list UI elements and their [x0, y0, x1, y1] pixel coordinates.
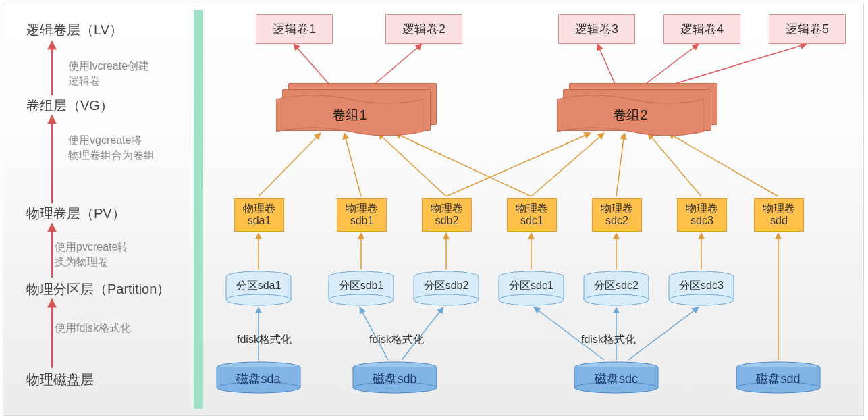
- partition-cylinder: 分区sdc2: [582, 271, 650, 307]
- partition-cylinder: 分区sdb1: [327, 271, 395, 307]
- vg-label: 卷组2: [557, 95, 704, 134]
- fdisk-note: fdisk格式化: [581, 333, 636, 347]
- disk-cylinder: 磁盘sdc: [573, 361, 659, 395]
- partition-cylinder: 分区sdc3: [668, 271, 735, 307]
- partition-cylinder: 分区sdb2: [412, 271, 480, 307]
- disk-cylinder: 磁盘sdd: [735, 361, 821, 395]
- svg-point-40: [329, 294, 394, 305]
- legend-pv-note: 使用pvcreate转 换为物理卷: [55, 240, 128, 269]
- lv-label: 逻辑卷1: [273, 21, 316, 37]
- partition-label: 分区sdc3: [668, 279, 735, 293]
- lv-label: 逻辑卷4: [680, 21, 724, 37]
- lv-label: 逻辑卷3: [575, 21, 618, 37]
- disk-label: 磁盘sda: [215, 371, 302, 387]
- svg-point-50: [499, 294, 564, 305]
- diagram-frame: 逻辑卷层（LV） 使用lvcreate创建 逻辑卷 卷组层（VG） 使用vgcr…: [3, 3, 864, 416]
- partition-label: 分区sdb1: [327, 279, 395, 293]
- pv-box: 物理卷sda1: [234, 198, 284, 232]
- pv-box: 物理卷sdc3: [677, 198, 727, 232]
- lv-box: 逻辑卷1: [256, 14, 333, 44]
- lv-label: 逻辑卷2: [402, 21, 445, 37]
- legend-part-note: 使用fdisk格式化: [55, 321, 131, 336]
- lv-box: 逻辑卷4: [663, 14, 740, 44]
- legend-lv-note: 使用lvcreate创建 逻辑卷: [68, 59, 149, 88]
- svg-line-9: [259, 133, 321, 196]
- lv-box: 逻辑卷3: [558, 14, 635, 44]
- vertical-divider: [194, 10, 203, 409]
- svg-line-15: [616, 133, 624, 196]
- disk-cylinder: 磁盘sdb: [352, 361, 438, 395]
- legend-vg-note: 使用vgcreate将 物理卷组合为卷组: [68, 133, 155, 162]
- legend-vg: 卷组层（VG）: [26, 97, 113, 115]
- pv-box: 物理卷sdb2: [422, 198, 472, 232]
- svg-line-16: [648, 133, 701, 196]
- svg-point-35: [226, 294, 291, 305]
- svg-line-10: [344, 133, 361, 196]
- lv-label: 逻辑卷5: [786, 21, 829, 37]
- svg-point-55: [584, 294, 649, 305]
- partition-cylinder: 分区sda1: [225, 271, 292, 307]
- legend-pv: 物理卷层（PV）: [26, 205, 126, 223]
- svg-line-13: [395, 133, 531, 196]
- partition-label: 分区sdc1: [497, 279, 565, 293]
- fdisk-note: fdisk格式化: [237, 333, 292, 347]
- disk-label: 磁盘sdb: [352, 371, 438, 387]
- pv-box: 物理卷sdd: [754, 198, 804, 232]
- svg-line-17: [668, 133, 778, 196]
- pv-box: 物理卷sdc2: [592, 198, 642, 232]
- pv-box: 物理卷sdc1: [507, 198, 557, 232]
- vg-label: 卷组1: [276, 95, 423, 134]
- fdisk-note: fdisk格式化: [369, 333, 424, 347]
- partition-label: 分区sda1: [225, 279, 292, 293]
- partition-label: 分区sdc2: [582, 279, 650, 293]
- disk-cylinder: 磁盘sda: [215, 361, 302, 395]
- svg-point-45: [414, 294, 479, 305]
- svg-line-14: [531, 133, 604, 196]
- svg-line-29: [628, 307, 699, 360]
- legend-part: 物理分区层（Partition）: [26, 280, 170, 298]
- partition-cylinder: 分区sdc1: [497, 271, 565, 307]
- disk-label: 磁盘sdc: [573, 371, 659, 387]
- pv-box: 物理卷sdb1: [337, 198, 387, 232]
- legend-lv: 逻辑卷层（LV）: [26, 21, 123, 39]
- legend-disk: 物理磁盘层: [26, 371, 94, 389]
- lv-box: 逻辑卷5: [769, 14, 846, 44]
- disk-label: 磁盘sdd: [735, 371, 821, 387]
- partition-label: 分区sdb2: [412, 279, 480, 293]
- svg-line-12: [446, 133, 591, 196]
- lv-box: 逻辑卷2: [385, 14, 462, 44]
- svg-point-60: [669, 294, 734, 305]
- svg-line-11: [378, 133, 446, 196]
